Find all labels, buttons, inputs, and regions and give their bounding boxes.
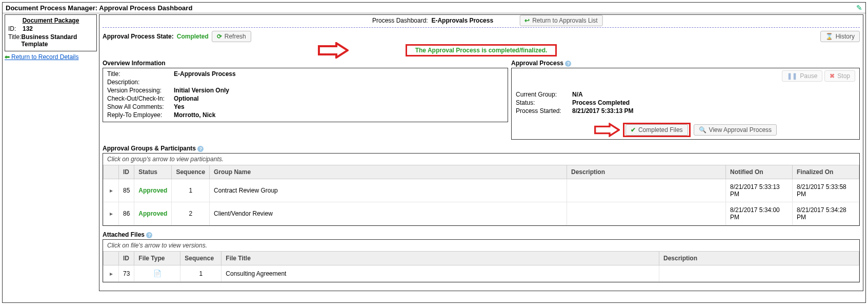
ap-started-l: Process Started: [516,107,572,115]
files-hint: Click on file's arrow to view versions. [103,240,859,251]
page-title: Document Process Manager: Approval Proce… [6,4,192,12]
cell-type: 📄 [134,265,180,282]
groups-hint: Click on group's arrow to view participa… [103,154,859,165]
stop-button: ✖Stop [824,70,855,82]
view-process-text: View Approval Process [709,126,772,134]
col-id[interactable]: ID [119,252,134,265]
ov-check-v: Optional [174,95,199,102]
col-notified[interactable]: Notified On [726,165,793,179]
expand-toggle[interactable]: ▸ [104,265,119,282]
ov-title-v: E-Approvals Process [174,70,236,78]
cell-finalized: 8/21/2017 5:34:28 PM [793,202,859,225]
col-type[interactable]: File Type [134,252,180,265]
table-row: ▸ 73 📄 1 Consulting Agreement [104,265,859,282]
state-value: Completed [177,33,209,40]
help-icon[interactable]: ? [197,146,204,152]
pkg-id-value: 132 [23,25,33,32]
pkg-title-value: Business Standard Template [22,33,93,48]
cell-seq: 1 [172,179,210,202]
view-approval-process-button[interactable]: 🔍View Approval Process [694,124,777,136]
col-expand [104,252,119,265]
binoculars-icon: 🔍 [699,126,706,134]
pause-button: ❚❚Pause [782,70,822,82]
cell-desc [567,202,726,225]
document-package-box: Document Package ID:132 Title:Business S… [5,14,97,51]
ov-reply-v: Morrotto, Nick [174,111,215,119]
approval-box: ❚❚Pause ✖Stop Current Group:N/A Status:P… [511,68,860,140]
cell-status: Approved [134,179,172,202]
ov-show-v: Yes [174,103,185,110]
return-approvals-list-button[interactable]: ↩Return to Approvals List [519,15,602,26]
groups-heading: Approval Groups & Participants [103,145,196,152]
pkg-title-label: Title: [8,33,22,48]
col-id[interactable]: ID [119,165,134,179]
col-sequence[interactable]: Sequence [180,252,221,265]
ap-status-l: Status: [516,99,572,106]
arrow-left-icon: ⬅ [5,53,10,61]
col-status[interactable]: Status [134,165,172,179]
return-approvals-text: Return to Approvals List [532,17,597,24]
callout-arrow-icon [318,42,349,59]
ov-reply-l: Reply-To Employee: [107,111,174,119]
cell-title: Consulting Agreement [221,265,659,282]
col-title[interactable]: File Title [221,252,659,265]
cell-name: Contract Review Group [210,179,567,202]
completed-files-button[interactable]: ✔Completed Files [625,124,688,136]
files-table-wrap: Click on file's arrow to view versions. … [103,239,860,282]
overview-heading: Overview Information [103,60,508,67]
approval-heading: Approval Process [511,60,563,67]
cell-id: 73 [119,265,134,282]
pkg-id-label: ID: [8,25,23,32]
cell-id: 85 [119,179,134,202]
ov-title-l: Title: [107,70,174,78]
pause-text: Pause [800,72,817,80]
files-table: ID File Type Sequence File Title Descrip… [103,251,859,282]
package-heading: Document Package [8,17,93,24]
history-button[interactable]: ⌛History [820,31,860,42]
col-finalized[interactable]: Finalized On [793,165,859,179]
stop-text: Stop [837,72,850,80]
divider [103,27,860,28]
cell-desc [567,179,726,202]
pause-icon: ❚❚ [787,72,797,80]
help-icon[interactable]: ? [565,61,571,67]
hourglass-icon: ⌛ [825,33,833,40]
history-text: History [836,33,855,40]
stop-icon: ✖ [830,72,835,80]
col-expand [104,165,119,179]
refresh-text: Refresh [225,33,246,40]
callout-arrow-icon [594,123,620,137]
col-group-name[interactable]: Group Name [210,165,567,179]
col-description[interactable]: Description [659,252,859,265]
ap-status-v: Process Completed [572,99,630,106]
ov-desc-l: Description: [107,79,174,86]
return-record-text: Return to Record Details [11,53,78,61]
cell-seq: 1 [180,265,221,282]
edit-icon[interactable]: ✎ [856,4,862,12]
ov-ver-v: Initial Version Only [174,87,229,94]
cell-finalized: 8/21/2017 5:33:58 PM [793,179,859,202]
col-description[interactable]: Description [567,165,726,179]
cell-seq: 2 [172,202,210,225]
check-icon: ✔ [631,126,636,134]
ap-group-l: Current Group: [516,91,572,98]
ov-check-l: Check-Out/Check-In: [107,95,174,102]
cell-desc [659,265,859,282]
groups-table-wrap: Click on group's arrow to view participa… [103,153,860,226]
groups-table: ID Status Sequence Group Name Descriptio… [103,165,859,225]
table-row: ▸ 85 Approved 1 Contract Review Group 8/… [104,179,859,202]
status-banner: The Approval Process is completed/finali… [406,44,557,56]
cell-id: 86 [119,202,134,225]
ap-group-v: N/A [572,91,583,98]
files-heading: Attached Files [103,231,145,238]
col-sequence[interactable]: Sequence [172,165,210,179]
return-record-details-link[interactable]: ⬅ Return to Record Details [5,54,78,60]
refresh-button[interactable]: ⟳Refresh [212,31,251,42]
expand-toggle[interactable]: ▸ [104,179,119,202]
help-icon[interactable]: ? [146,232,152,238]
ap-started-v: 8/21/2017 5:33:13 PM [572,107,633,115]
expand-toggle[interactable]: ▸ [104,202,119,225]
state-label: Approval Process State: [103,33,174,40]
arrow-return-icon: ↩ [524,17,530,24]
cell-notified: 8/21/2017 5:33:13 PM [726,179,793,202]
